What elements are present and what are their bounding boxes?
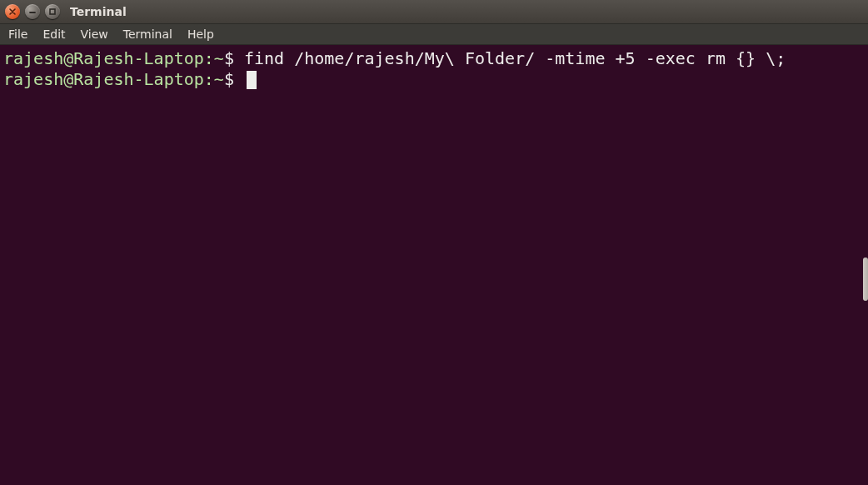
terminal-area[interactable]: rajesh@Rajesh-Laptop:~$ find /home/rajes… xyxy=(0,45,868,485)
window-title: Terminal xyxy=(70,5,127,18)
minimize-icon[interactable] xyxy=(25,4,40,19)
prompt-dollar: $ xyxy=(224,48,244,68)
cursor-block xyxy=(247,71,257,89)
prompt: rajesh@Rajesh-Laptop:~ xyxy=(3,48,224,68)
menu-help[interactable]: Help xyxy=(187,28,214,41)
menu-edit[interactable]: Edit xyxy=(42,28,65,41)
menu-file[interactable]: File xyxy=(8,28,27,41)
maximize-icon[interactable] xyxy=(45,4,60,19)
terminal-window: Terminal File Edit View Terminal Help ra… xyxy=(0,0,868,485)
command: find /home/rajesh/My\ Folder/ -mtime +5 … xyxy=(244,48,786,68)
scrollbar-thumb[interactable] xyxy=(863,258,868,301)
menu-terminal[interactable]: Terminal xyxy=(123,28,172,41)
close-icon[interactable] xyxy=(5,4,20,19)
menu-view[interactable]: View xyxy=(81,28,108,41)
svg-rect-0 xyxy=(50,9,55,14)
menubar: File Edit View Terminal Help xyxy=(0,23,868,45)
prompt-dollar: $ xyxy=(224,69,244,89)
titlebar[interactable]: Terminal xyxy=(0,0,868,23)
prompt: rajesh@Rajesh-Laptop:~ xyxy=(3,69,224,89)
